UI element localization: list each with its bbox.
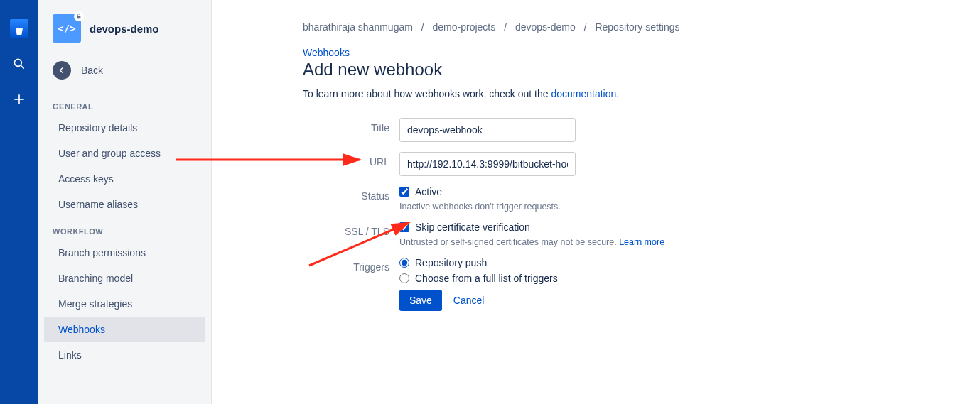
nav-merge-strategies[interactable]: Merge strategies [44,291,205,317]
title-input[interactable] [399,118,576,142]
crumb-project[interactable]: demo-projects [433,21,496,33]
repo-header: </> devops-demo [38,14,211,54]
bitbucket-logo-icon [10,19,28,38]
svg-line-1 [21,65,24,69]
status-label: Status [303,186,399,202]
plus-icon [12,92,26,107]
save-button[interactable]: Save [399,290,442,311]
ssl-label: SSL / TLS [303,222,399,237]
crumb-owner[interactable]: bharathiraja shanmugam [303,21,413,33]
cancel-button[interactable]: Cancel [453,295,485,306]
svg-point-0 [14,59,21,66]
crumb-sep: / [584,21,587,33]
search-icon [12,57,26,71]
active-checkbox[interactable] [399,187,409,197]
search-button[interactable] [5,50,33,78]
form-row-title: Title [303,118,952,142]
nav-webhooks[interactable]: Webhooks [44,317,205,342]
repo-avatar: </> [53,14,81,43]
ssl-help: Untrusted or self-signed certificates ma… [399,237,664,247]
nav-access-keys[interactable]: Access keys [44,166,205,192]
trigger-full-list-radio[interactable] [399,273,409,283]
intro-suffix: . [616,88,619,99]
back-arrow-icon [53,61,71,80]
form-row-triggers: Triggers Repository push Choose from a f… [303,257,952,311]
page-title: Add new webhook [303,60,952,80]
triggers-label: Triggers [303,257,399,273]
form-row-status: Status Active Inactive webhooks don't tr… [303,186,952,212]
global-nav-rail [0,0,38,404]
settings-sidebar: </> devops-demo Back GENERAL Repository … [38,0,212,404]
skip-cert-checkbox[interactable] [399,222,409,232]
nav-branch-permissions[interactable]: Branch permissions [44,240,205,266]
nav-user-group-access[interactable]: User and group access [44,141,205,166]
nav-links[interactable]: Links [44,342,205,368]
active-label: Active [415,186,442,197]
form-row-ssl: SSL / TLS Skip certificate verification … [303,222,952,247]
breadcrumb: bharathiraja shanmugam / demo-projects /… [303,21,952,33]
repo-name: devops-demo [90,23,159,35]
trigger-full-list-label: Choose from a full list of triggers [415,273,558,284]
bitbucket-logo[interactable] [5,14,33,43]
trigger-push-radio[interactable] [399,258,409,268]
lock-icon [74,11,84,21]
form-row-url: URL [303,152,952,176]
documentation-link[interactable]: documentation [551,88,616,99]
status-help: Inactive webhooks don't trigger requests… [399,202,561,212]
webhooks-back-link[interactable]: Webhooks [303,47,350,58]
crumb-sep: / [504,21,507,33]
nav-username-aliases[interactable]: Username aliases [44,192,205,217]
url-input[interactable] [399,152,576,176]
intro-prefix: To learn more about how webhooks work, c… [303,88,551,99]
url-label: URL [303,152,399,168]
skip-cert-label: Skip certificate verification [415,222,530,233]
learn-more-link[interactable]: Learn more [619,237,664,247]
create-button[interactable] [5,85,33,114]
section-header-general: GENERAL [38,92,211,115]
crumb-page[interactable]: Repository settings [595,21,679,33]
intro-text: To learn more about how webhooks work, c… [303,88,952,99]
section-header-workflow: WORKFLOW [38,217,211,240]
ssl-help-text: Untrusted or self-signed certificates ma… [399,237,619,247]
trigger-push-label: Repository push [415,257,487,268]
back-label: Back [81,65,103,76]
nav-branching-model[interactable]: Branching model [44,266,205,291]
back-button[interactable]: Back [38,54,211,92]
nav-repository-details[interactable]: Repository details [44,115,205,141]
crumb-sep: / [421,21,424,33]
main-content: bharathiraja shanmugam / demo-projects /… [212,0,980,404]
crumb-repo[interactable]: devops-demo [515,21,576,33]
title-label: Title [303,118,399,133]
